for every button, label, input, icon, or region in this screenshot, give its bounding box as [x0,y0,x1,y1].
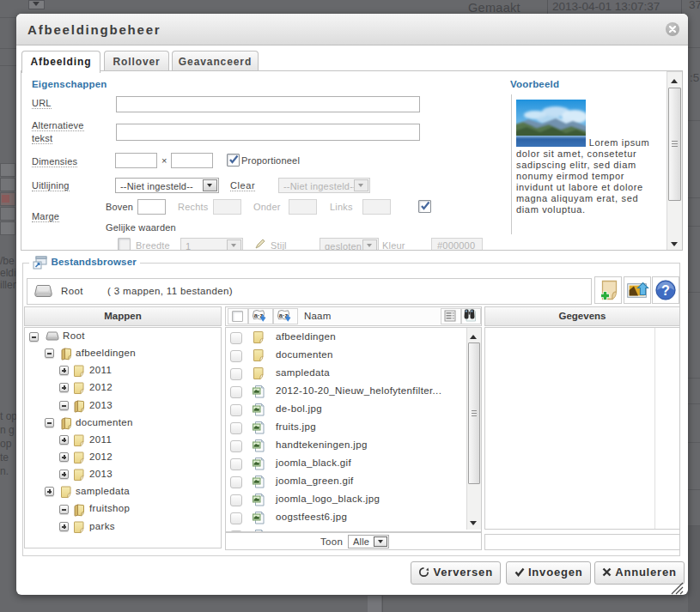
svg-text:?: ? [661,283,670,298]
